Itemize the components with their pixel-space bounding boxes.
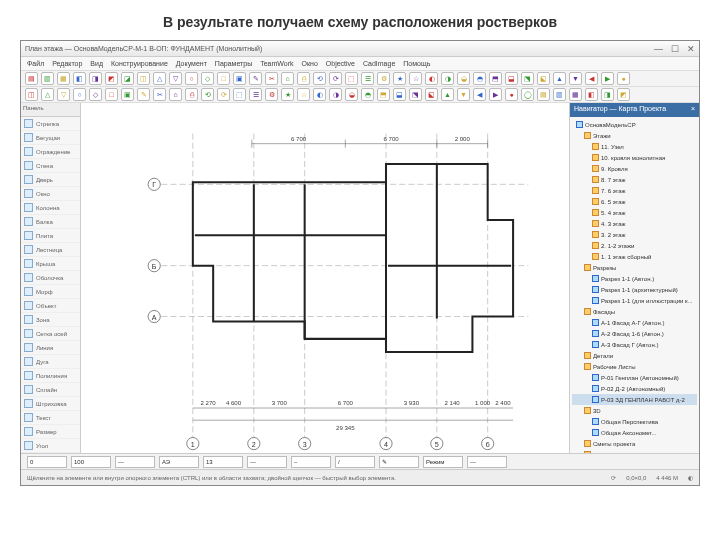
menu-objective[interactable]: Objective: [326, 60, 355, 67]
toolbar-button[interactable]: ▤: [25, 72, 38, 85]
toolbar-button[interactable]: ◧: [73, 72, 86, 85]
tool-Штриховка[interactable]: Штриховка: [21, 397, 80, 411]
toolbar-button[interactable]: ▶: [489, 88, 502, 101]
tool-Дуга[interactable]: Дуга: [21, 355, 80, 369]
tool-Линия[interactable]: Линия: [21, 341, 80, 355]
toolbar-button[interactable]: ⬔: [409, 88, 422, 101]
tool-Морф[interactable]: Морф: [21, 285, 80, 299]
tree-node[interactable]: P-01 Генплан (Автономный): [572, 372, 697, 383]
toolbar-button[interactable]: ◇: [89, 88, 102, 101]
tree-node[interactable]: ОсноваМодельСР: [572, 119, 697, 130]
toolbar-button[interactable]: ◫: [137, 72, 150, 85]
toolbar-button[interactable]: ✎: [137, 88, 150, 101]
toolbar-button[interactable]: ◫: [25, 88, 38, 101]
toolbar-button[interactable]: ▣: [233, 72, 246, 85]
toolbar-button[interactable]: ◪: [121, 72, 134, 85]
tree-node[interactable]: 9. Кровля: [572, 163, 697, 174]
menu-вид[interactable]: Вид: [90, 60, 103, 67]
tool-Сплайн[interactable]: Сплайн: [21, 383, 80, 397]
tree-node[interactable]: Разрез 1-1 (для иллюстрации к...: [572, 295, 697, 306]
tree-node[interactable]: 10. кровля монолитная: [572, 152, 697, 163]
tool-Ограждение[interactable]: Ограждение: [21, 145, 80, 159]
tree-node[interactable]: Разрезы: [572, 262, 697, 273]
toolbar-button[interactable]: ⬕: [537, 72, 550, 85]
infobar-field[interactable]: –: [291, 456, 331, 468]
tool-Колонна[interactable]: Колонна: [21, 201, 80, 215]
toolbar-button[interactable]: ⬕: [425, 88, 438, 101]
toolbar-button[interactable]: ⟳: [217, 88, 230, 101]
toolbar-button[interactable]: ★: [281, 88, 294, 101]
toolbar-button[interactable]: ●: [617, 72, 630, 85]
toolbar-button[interactable]: ⌂: [169, 88, 182, 101]
toolbar-button[interactable]: ▦: [569, 88, 582, 101]
toolbar-button[interactable]: ⟲: [313, 72, 326, 85]
infobar-field[interactable]: 0: [27, 456, 67, 468]
tool-Плита[interactable]: Плита: [21, 229, 80, 243]
tree-node[interactable]: 6. 5 этаж: [572, 196, 697, 207]
tree-node[interactable]: 7. 6 этаж: [572, 185, 697, 196]
menu-редактор[interactable]: Редактор: [52, 60, 82, 67]
toolbar-button[interactable]: □: [105, 88, 118, 101]
menu-конструирование[interactable]: Конструирование: [111, 60, 168, 67]
toolbar-button[interactable]: ▥: [553, 88, 566, 101]
toolbar-button[interactable]: ✂: [153, 88, 166, 101]
tree-node[interactable]: Разрез 1-1 (архитектурный): [572, 284, 697, 295]
infobar-field[interactable]: —: [467, 456, 507, 468]
toolbar-button[interactable]: ✎: [249, 72, 262, 85]
tree-node[interactable]: А-2 Фасад 1-6 (Автон.): [572, 328, 697, 339]
toolbar-button[interactable]: ☆: [409, 72, 422, 85]
toolbar-button[interactable]: ★: [393, 72, 406, 85]
toolbar-button[interactable]: ◑: [329, 88, 342, 101]
toolbar-button[interactable]: △: [41, 88, 54, 101]
toolbar-button[interactable]: △: [153, 72, 166, 85]
toolbar-button[interactable]: ⬒: [489, 72, 502, 85]
tool-Полилиния[interactable]: Полилиния: [21, 369, 80, 383]
infobar-field[interactable]: Режим: [423, 456, 463, 468]
toolbar-button[interactable]: ☆: [297, 88, 310, 101]
toolbar-button[interactable]: ▼: [457, 88, 470, 101]
tool-Стрелка[interactable]: Стрелка: [21, 117, 80, 131]
tree-node[interactable]: Фасады: [572, 306, 697, 317]
toolbar-button[interactable]: ◓: [473, 72, 486, 85]
navigator-header[interactable]: Навигатор — Карта Проекта×: [570, 103, 699, 117]
infobar-field[interactable]: 13: [203, 456, 243, 468]
tree-node[interactable]: 11. Узел: [572, 141, 697, 152]
menu-файл[interactable]: Файл: [27, 60, 44, 67]
tree-node[interactable]: 2. 1-2 этажи: [572, 240, 697, 251]
toolbar-button[interactable]: ▤: [537, 88, 550, 101]
toolbar-button[interactable]: ⚙: [377, 72, 390, 85]
close-panel-icon[interactable]: ×: [691, 105, 695, 115]
tree-node[interactable]: 1. 1 этаж сборный: [572, 251, 697, 262]
toolbar-button[interactable]: ◩: [105, 72, 118, 85]
toolbar-button[interactable]: ▲: [553, 72, 566, 85]
toolbar-button[interactable]: ⬚: [233, 88, 246, 101]
tree-node[interactable]: 5. 4 этаж: [572, 207, 697, 218]
tree-node[interactable]: P-03 ЗД ГЕНПЛАН РАБОТ д-2: [572, 394, 697, 405]
toolbar-button[interactable]: ✂: [265, 72, 278, 85]
toolbar-button[interactable]: ⟲: [201, 88, 214, 101]
toolbar-button[interactable]: ▥: [41, 72, 54, 85]
infobar-field[interactable]: /: [335, 456, 375, 468]
tool-Объект[interactable]: Объект: [21, 299, 80, 313]
tool-Стена[interactable]: Стена: [21, 159, 80, 173]
tool-Зона[interactable]: Зона: [21, 313, 80, 327]
toolbar-button[interactable]: ⬚: [345, 72, 358, 85]
toolbar-button[interactable]: ◓: [361, 88, 374, 101]
toolbar-button[interactable]: □: [217, 72, 230, 85]
toolbar-button[interactable]: ◑: [441, 72, 454, 85]
toolbar-button[interactable]: ▽: [57, 88, 70, 101]
toolbar-button[interactable]: ▦: [57, 72, 70, 85]
toolbar-button[interactable]: ◨: [89, 72, 102, 85]
tool-Балка[interactable]: Балка: [21, 215, 80, 229]
tree-node[interactable]: 3D: [572, 405, 697, 416]
toolbar-button[interactable]: ⎙: [297, 72, 310, 85]
tool-Бегущая[interactable]: Бегущая: [21, 131, 80, 145]
tool-Окно[interactable]: Окно: [21, 187, 80, 201]
toolbar-button[interactable]: ▲: [441, 88, 454, 101]
infobar-field[interactable]: —: [247, 456, 287, 468]
toolbar-button[interactable]: ☰: [249, 88, 262, 101]
toolbar-button[interactable]: ▽: [169, 72, 182, 85]
infobar-field[interactable]: ✎: [379, 456, 419, 468]
tree-node[interactable]: 4. 3 этаж: [572, 218, 697, 229]
toolbar-button[interactable]: ⬓: [505, 72, 518, 85]
